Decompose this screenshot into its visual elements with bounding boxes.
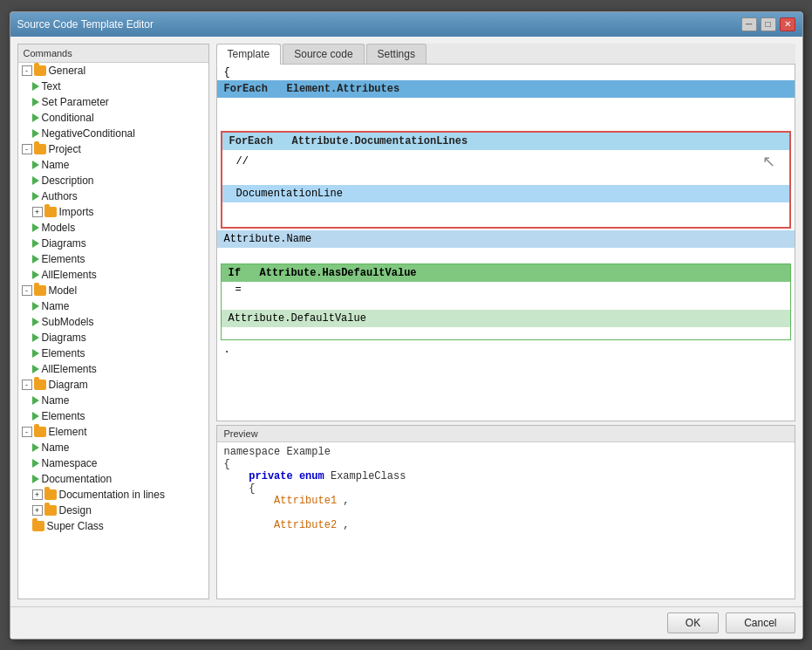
minimize-button[interactable]: ─	[741, 17, 757, 31]
tree-item-general[interactable]: - General	[18, 63, 208, 79]
tree-label-edoc: Documentation	[42, 473, 113, 485]
tab-source-code[interactable]: Source code	[283, 44, 364, 64]
folder-icon-diagram	[34, 380, 46, 390]
tree-item-mdiagrams[interactable]: Diagrams	[18, 330, 208, 346]
expand-pimports[interactable]: +	[32, 207, 43, 217]
tree-item-mname[interactable]: Name	[18, 298, 208, 314]
window-controls: ─ □ ✕	[741, 17, 795, 31]
arrow-icon-mallelements	[32, 365, 39, 373]
tree-label-pelements: Elements	[42, 253, 85, 265]
folder-icon-project	[34, 144, 46, 154]
expand-model[interactable]: -	[22, 285, 32, 296]
tree-item-conditional[interactable]: Conditional	[18, 110, 208, 126]
tree-label-dname: Name	[42, 394, 70, 407]
code-line-comment: // ↖	[222, 150, 789, 173]
attribute-defaultvalue-highlight: Attribute.DefaultValue	[222, 310, 790, 327]
tree-label-setparam: Set Parameter	[42, 96, 109, 108]
tree-item-pauthors[interactable]: Authors	[18, 188, 208, 204]
tree-label-conditional: Conditional	[42, 112, 94, 124]
dot-line: .	[217, 342, 795, 358]
if-block: If Attribute.HasDefaultValue = Attribute…	[221, 263, 791, 340]
arrow-icon-pauthors	[32, 192, 39, 201]
tree-scroll[interactable]: - General Text Set Parameter Conditional	[18, 63, 208, 599]
folder-icon-model	[34, 285, 46, 296]
tree-label-pdescription: Description	[42, 174, 94, 187]
tree-item-model[interactable]: - Model	[18, 283, 208, 298]
preview-content[interactable]: namespace Example { private enum Example…	[217, 442, 795, 599]
arrow-icon-pname	[32, 161, 39, 169]
tree-label-msubmodels: SubModels	[42, 316, 94, 328]
preview-line-2: {	[224, 458, 788, 470]
arrow-icon-pelements	[32, 255, 39, 263]
close-button[interactable]: ✕	[780, 17, 795, 31]
tree-item-delements[interactable]: Elements	[18, 408, 208, 424]
tree-item-pmodels[interactable]: Models	[18, 220, 208, 236]
arrow-icon-negcond	[32, 129, 39, 138]
tab-bar: Template Source code Settings	[216, 44, 795, 65]
tree-label-pdiagrams: Diagrams	[42, 237, 86, 250]
tree-label-ename: Name	[42, 441, 70, 454]
tree-item-pdiagrams[interactable]: Diagrams	[18, 236, 208, 251]
tree-item-negcond[interactable]: NegativeConditional	[18, 126, 208, 141]
empty-line-1	[217, 98, 795, 113]
folder-icon-edesign	[44, 505, 57, 516]
tree-item-mallelements[interactable]: AllElements	[18, 361, 208, 377]
expand-general[interactable]: -	[22, 65, 32, 76]
arrow-icon-pdiagrams	[32, 239, 39, 248]
maximize-button[interactable]: □	[761, 17, 776, 31]
expand-diagram[interactable]: -	[22, 380, 32, 390]
tab-template[interactable]: Template	[216, 44, 282, 65]
expand-edoclines[interactable]: +	[32, 489, 43, 500]
tree-label-general: General	[49, 65, 86, 77]
folder-icon-pimports	[44, 207, 57, 217]
tree-item-edesign[interactable]: + Design	[18, 503, 208, 518]
empty-inner-1	[222, 173, 789, 185]
if-header: If Attribute.HasDefaultValue	[222, 264, 790, 282]
tree-label-pname: Name	[42, 159, 70, 171]
empty-if-1	[222, 298, 790, 310]
arrow-icon-pmodels	[32, 223, 39, 232]
tree-item-dname[interactable]: Name	[18, 393, 208, 408]
equals-line: =	[222, 282, 790, 298]
tree-label-pallelements: AllElements	[42, 269, 97, 281]
tree-label-enamespace: Namespace	[42, 457, 98, 469]
tree-item-diagram[interactable]: - Diagram	[18, 377, 208, 393]
expand-project[interactable]: -	[22, 144, 32, 154]
window-title: Source Code Template Editor	[17, 18, 154, 31]
tree-item-pallelements[interactable]: AllElements	[18, 267, 208, 283]
tree-item-pimports[interactable]: + Imports	[18, 204, 208, 220]
tree-label-esuperclass: Super Class	[47, 520, 104, 532]
cancel-button[interactable]: Cancel	[726, 612, 795, 633]
tree-item-esuperclass[interactable]: Super Class	[18, 518, 208, 534]
tree-item-element[interactable]: - Element	[18, 424, 208, 440]
window-body: Commands - General Text Set Parameter	[10, 37, 802, 606]
arrow-icon-mdiagrams	[32, 333, 39, 342]
tree-item-pdescription[interactable]: Description	[18, 173, 208, 188]
tab-settings[interactable]: Settings	[366, 44, 426, 64]
folder-icon-general	[34, 65, 46, 76]
attribute-name-highlight: Attribute.Name	[217, 230, 795, 248]
tree-item-pname[interactable]: Name	[18, 157, 208, 173]
tree-item-setparam[interactable]: Set Parameter	[18, 94, 208, 110]
tree-item-text[interactable]: Text	[18, 79, 208, 94]
folder-icon-element	[34, 427, 46, 437]
main-window: Source Code Template Editor ─ □ ✕ Comman…	[10, 11, 803, 640]
expand-element[interactable]: -	[22, 427, 32, 437]
tree-label-text: Text	[42, 80, 61, 92]
tree-item-edoclines[interactable]: + Documentation in lines	[18, 487, 208, 503]
editor-area[interactable]: { ForEach Element.Attributes ForEach Att…	[216, 65, 795, 421]
foreach-doclines-block: ForEach Attribute.DocumentationLines // …	[221, 131, 791, 229]
tree-item-ename[interactable]: Name	[18, 440, 208, 455]
expand-edesign[interactable]: +	[32, 505, 43, 516]
tree-item-melements[interactable]: Elements	[18, 346, 208, 361]
arrow-icon-pdescription	[32, 176, 39, 185]
tree-item-enamespace[interactable]: Namespace	[18, 455, 208, 471]
tree-item-edoc[interactable]: Documentation	[18, 471, 208, 487]
tree-item-pelements[interactable]: Elements	[18, 251, 208, 267]
tree-item-project[interactable]: - Project	[18, 141, 208, 157]
tree-item-msubmodels[interactable]: SubModels	[18, 314, 208, 330]
arrow-icon-delements	[32, 412, 39, 421]
ok-button[interactable]: OK	[667, 612, 719, 633]
tree-label-project: Project	[49, 143, 81, 155]
title-bar: Source Code Template Editor ─ □ ✕	[10, 12, 802, 37]
